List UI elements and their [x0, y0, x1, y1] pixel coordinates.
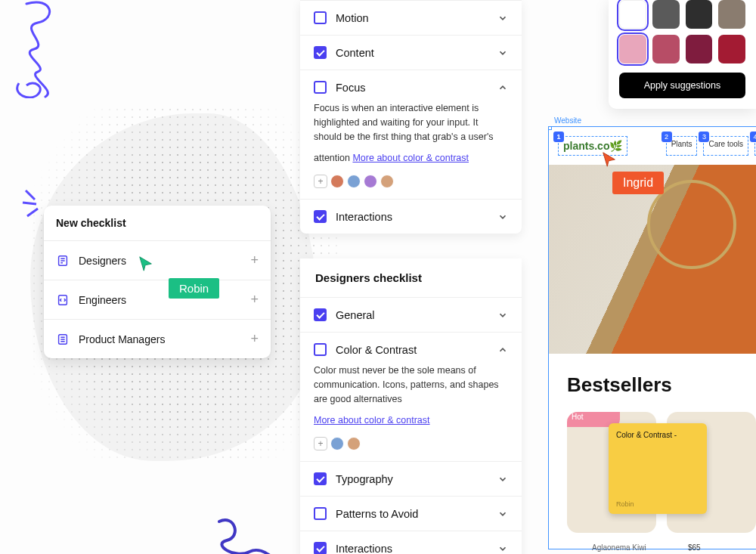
resize-handle[interactable]	[548, 126, 552, 130]
item-color-body: Color must never be the sole means of co…	[314, 365, 499, 404]
checkbox-interactions[interactable]	[314, 210, 327, 223]
chevron-up-icon	[497, 82, 508, 93]
swatch[interactable]	[718, 0, 745, 29]
item-color-contrast[interactable]: Color & Contrast	[314, 343, 508, 356]
avatar[interactable]	[380, 175, 394, 188]
plus-icon[interactable]: +	[250, 292, 259, 308]
note-text: Color & Contrast -	[616, 431, 677, 439]
avatar[interactable]	[330, 437, 344, 450]
clipboard-icon	[56, 254, 70, 268]
item-patterns-avoid[interactable]: Patterns to Avoid	[314, 507, 508, 520]
item-general[interactable]: General	[314, 308, 508, 321]
checkbox-content[interactable]	[314, 46, 327, 59]
chevron-down-icon	[497, 543, 508, 554]
checklist-item-engineers[interactable]: Engineers +	[44, 280, 271, 319]
chevron-down-icon	[497, 509, 508, 519]
avatar[interactable]	[347, 175, 361, 188]
link-more-color-contrast[interactable]: More about color & contrast	[314, 413, 430, 428]
add-assignee-button[interactable]: +	[314, 437, 327, 450]
swatch[interactable]	[686, 0, 713, 29]
decorative-squiggle	[15, 0, 83, 98]
decorative-squiggle-bottom	[212, 514, 287, 554]
checkbox-patterns-avoid[interactable]	[314, 507, 327, 520]
note-author: Robin	[616, 500, 634, 508]
clipboard-icon	[56, 333, 70, 346]
new-checklist-title: New checklist	[44, 206, 271, 240]
sticky-note[interactable]: Color & Contrast - Robin	[609, 423, 707, 514]
swatch[interactable]	[619, 35, 646, 63]
item-typography[interactable]: Typography	[314, 472, 508, 485]
cursor-robin	[138, 255, 154, 275]
checklist-item-label: Engineers	[79, 294, 126, 306]
avatar[interactable]	[330, 175, 344, 188]
chevron-down-icon	[497, 13, 508, 23]
checkbox-motion[interactable]	[314, 11, 327, 24]
swatch[interactable]	[686, 35, 713, 63]
checklist-item-designers[interactable]: Designers +	[44, 240, 271, 280]
product-caption: Aglaonema Kiwi	[592, 543, 646, 552]
bestsellers-heading: Bestsellers	[567, 373, 756, 397]
swatch[interactable]	[718, 35, 745, 63]
checkbox-typography[interactable]	[314, 472, 327, 485]
checklist-item-pm[interactable]: Product Managers +	[44, 319, 271, 358]
swatch[interactable]	[652, 35, 680, 63]
user-tag-ingrid: Ingrid	[612, 172, 664, 194]
cursor-ingrid	[601, 151, 618, 171]
nav-care-tools[interactable]: 3 Care tools	[703, 136, 748, 156]
item-motion[interactable]: Motion	[314, 11, 508, 24]
chevron-down-icon	[497, 212, 508, 222]
apply-suggestions-button[interactable]: Apply suggestions	[619, 73, 745, 98]
item-content[interactable]: Content	[314, 46, 508, 59]
new-checklist-panel: New checklist Designers + Engineers + Pr…	[44, 206, 271, 358]
color-suggestion-panel: Apply suggestions	[609, 0, 756, 109]
nav-plants[interactable]: 2 Plants	[666, 136, 698, 156]
checkbox-focus[interactable]	[314, 81, 327, 94]
user-tag-robin: Robin	[169, 278, 219, 299]
checkbox-color-contrast[interactable]	[314, 343, 327, 356]
product-price: $65	[688, 543, 701, 552]
plus-icon[interactable]: +	[250, 331, 259, 347]
swatch[interactable]	[619, 0, 646, 29]
item-interactions[interactable]: Interactions	[314, 210, 508, 223]
link-more-color-contrast[interactable]: More about color & contrast	[352, 151, 469, 166]
chevron-down-icon	[497, 310, 508, 320]
chevron-down-icon	[497, 474, 508, 484]
chevron-up-icon	[497, 345, 508, 355]
plus-icon[interactable]: +	[250, 252, 259, 268]
checklist-item-label: Designers	[79, 255, 126, 267]
checklist-item-label: Product Managers	[79, 333, 165, 345]
chevron-down-icon	[497, 48, 508, 58]
avatar[interactable]	[364, 175, 377, 188]
checkbox-interactions[interactable]	[314, 542, 327, 554]
item-interactions[interactable]: Interactions	[314, 542, 508, 554]
checkbox-general[interactable]	[314, 308, 327, 321]
designers-checklist-panel: Designers checklist General Color & Cont…	[300, 258, 522, 554]
add-assignee-button[interactable]: +	[314, 175, 327, 188]
designers-checklist-title: Designers checklist	[300, 258, 522, 297]
swatch[interactable]	[652, 0, 680, 29]
item-focus[interactable]: Focus	[314, 81, 508, 94]
clipboard-icon	[56, 293, 70, 307]
checklist-accordion-top: Motion Content Focus Focus is when an in…	[300, 0, 522, 234]
frame-label: Website	[554, 116, 756, 125]
avatar[interactable]	[347, 437, 361, 450]
